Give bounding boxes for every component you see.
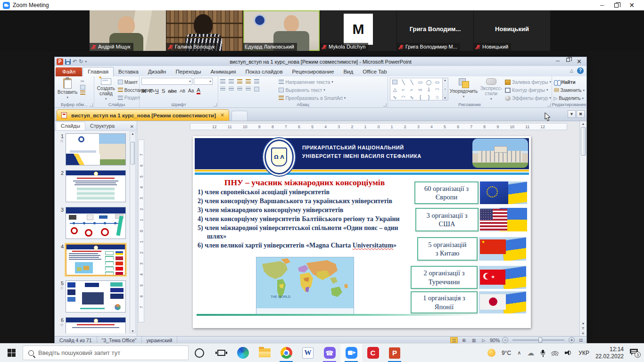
edge-button[interactable] (232, 344, 254, 362)
taskbar-search[interactable] (23, 346, 189, 360)
paragraph-dialog-launcher[interactable] (383, 103, 387, 107)
word-button[interactable]: W (297, 344, 319, 362)
file-explorer-button[interactable] (254, 344, 275, 362)
align-text-button[interactable]: Выровнять текст▾ (279, 87, 346, 93)
scroll-thumb[interactable] (581, 127, 586, 156)
find-button[interactable]: Найти (554, 79, 585, 85)
participant-tile-active-speaker[interactable]: Едуард Лапковський (243, 10, 320, 51)
smartart-button[interactable]: Преобразовать в SmartArt▾ (279, 95, 346, 101)
shape-outline-button[interactable]: Контур фигуры▾ (505, 87, 551, 93)
bold-button[interactable]: Ж (141, 88, 146, 94)
microphone-tray-icon[interactable] (540, 350, 545, 356)
slide-5-thumbnail[interactable] (66, 280, 126, 313)
save-icon[interactable] (65, 59, 71, 65)
slide-sorter-button[interactable]: ⊞ (460, 337, 468, 343)
tab-file[interactable]: Файл (56, 67, 82, 76)
next-slide-icon[interactable]: ⇊ (582, 331, 585, 335)
help-icon[interactable]: ? (577, 67, 584, 74)
search-input[interactable] (38, 349, 165, 356)
tab-bar-close-icon[interactable]: ✖ (577, 110, 585, 118)
panel-tab-outline[interactable]: Структура (85, 122, 119, 130)
language-status[interactable]: украинский (142, 337, 178, 344)
shapes-gallery[interactable]: ╲╲▭◯▭ △⌐⌐⇨⇩◠ ∿◠∿{}☆ (390, 78, 443, 100)
zoom-slider-thumb[interactable] (538, 337, 542, 343)
panel-scroll-down-icon[interactable]: ▼ (131, 329, 134, 333)
notification-icon[interactable]: 3 (630, 349, 639, 357)
redo-icon[interactable]: ↻ (79, 58, 83, 65)
panel-scrollbar[interactable]: ▲ ▼ (130, 132, 136, 333)
onedrive-icon[interactable]: ☁ (527, 349, 534, 357)
slide-thumbnail-row[interactable]: 6☆ (57, 317, 129, 333)
bullets-icon[interactable] (220, 79, 225, 84)
slideshow-button[interactable]: ▷ (480, 337, 487, 343)
slide-thumbnail-row[interactable]: 5☆ (57, 280, 129, 313)
participant-tile[interactable]: M Mykola Dutchyn (320, 10, 396, 51)
ppt-minimize-icon[interactable]: ─ (556, 58, 560, 65)
slide-1-thumbnail[interactable] (66, 133, 126, 165)
decrease-indent-icon[interactable] (237, 79, 242, 84)
normal-view-button[interactable]: ◫ (450, 337, 458, 343)
text-direction-button[interactable]: Направление текста▾ (279, 79, 346, 85)
copy-icon[interactable] (80, 85, 85, 90)
qat-dropdown-icon[interactable]: ▾ (85, 60, 87, 64)
tab-review[interactable]: Рецензирование (288, 67, 339, 76)
select-button[interactable]: ▷Выделить▾ (554, 95, 585, 101)
slide-thumbnail-row[interactable]: 3 (57, 207, 129, 239)
font-color-button[interactable]: А (197, 87, 200, 94)
participant-tile[interactable]: Галина Волощук (166, 10, 243, 51)
increase-indent-icon[interactable] (246, 79, 251, 84)
align-right-icon[interactable] (237, 87, 242, 91)
participant-tile[interactable]: Новицький Новицький (474, 10, 550, 51)
shape-fill-button[interactable]: Заливка фигуры▾ (505, 79, 551, 85)
clock[interactable]: 12:14 22.02.2022 (595, 346, 624, 360)
font-dialog-launcher[interactable] (214, 103, 217, 107)
scroll-down-icon[interactable]: ▼ (582, 322, 585, 325)
strikethrough-button[interactable]: abc (168, 88, 177, 94)
slide-4-thumbnail[interactable] (66, 244, 126, 276)
change-case-button[interactable]: Аа (188, 88, 194, 93)
slide-3-thumbnail[interactable] (66, 207, 126, 239)
quick-styles-button[interactable]: Экспресс-стили▾ (479, 78, 504, 101)
justify-icon[interactable] (246, 87, 251, 91)
zoom-minimize-icon[interactable]: ─ (600, 2, 604, 8)
panel-scroll-thumb[interactable] (131, 142, 135, 165)
new-slide-button[interactable]: Создать слайд▾ (96, 78, 116, 101)
shapes-scrollbar[interactable]: ▲▪▼ (443, 78, 448, 100)
columns-icon[interactable] (254, 87, 259, 91)
document-tab[interactable]: виступ_вступ на 1 курс_нова [Режим совме… (57, 109, 229, 121)
chrome-button[interactable] (275, 344, 297, 362)
panel-scroll-up-icon[interactable]: ▲ (131, 132, 134, 135)
fit-to-window-icon[interactable]: ⊡ (577, 337, 585, 343)
previous-slide-icon[interactable]: ⇈ (582, 327, 585, 330)
align-left-icon[interactable] (220, 87, 225, 91)
start-button[interactable] (0, 344, 23, 362)
tab-slideshow[interactable]: Показ слайдов (240, 67, 287, 76)
scroll-up-icon[interactable]: ▲ (582, 122, 585, 125)
task-view-button[interactable] (210, 344, 232, 362)
tab-list-dropdown-icon[interactable]: ▼ (568, 110, 576, 118)
numbering-icon[interactable] (229, 79, 234, 84)
viber-button[interactable]: ☎ (319, 344, 340, 362)
tab-design[interactable]: Дизайн (143, 67, 171, 76)
zoom-slider[interactable] (512, 339, 564, 341)
align-center-icon[interactable] (229, 87, 234, 91)
tab-view[interactable]: Вид (339, 67, 358, 76)
format-painter-icon[interactable] (80, 90, 85, 95)
font-size-box[interactable]: ▾ (194, 78, 213, 85)
hidden-icons-chevron[interactable]: ∧ (517, 350, 521, 356)
tab-transitions[interactable]: Переходы (171, 67, 206, 76)
tab-office-tab[interactable]: Office Tab (358, 67, 391, 76)
tab-insert[interactable]: Вставка (114, 67, 143, 76)
weather-icon[interactable] (487, 349, 495, 357)
collapse-ribbon-icon[interactable]: △ (570, 68, 573, 73)
media-player-button[interactable]: C (362, 344, 384, 362)
volume-icon[interactable] (565, 350, 572, 356)
zoom-app-button[interactable] (340, 344, 362, 362)
new-document-tab[interactable] (231, 111, 248, 121)
zoom-in-icon[interactable]: + (569, 337, 575, 343)
reading-view-button[interactable]: ▥ (470, 337, 478, 343)
cortana-button[interactable] (189, 344, 210, 362)
powerpoint-taskbar-button[interactable]: P (384, 344, 405, 362)
italic-button[interactable]: К (149, 88, 152, 94)
language-indicator[interactable]: УКР (578, 350, 589, 356)
